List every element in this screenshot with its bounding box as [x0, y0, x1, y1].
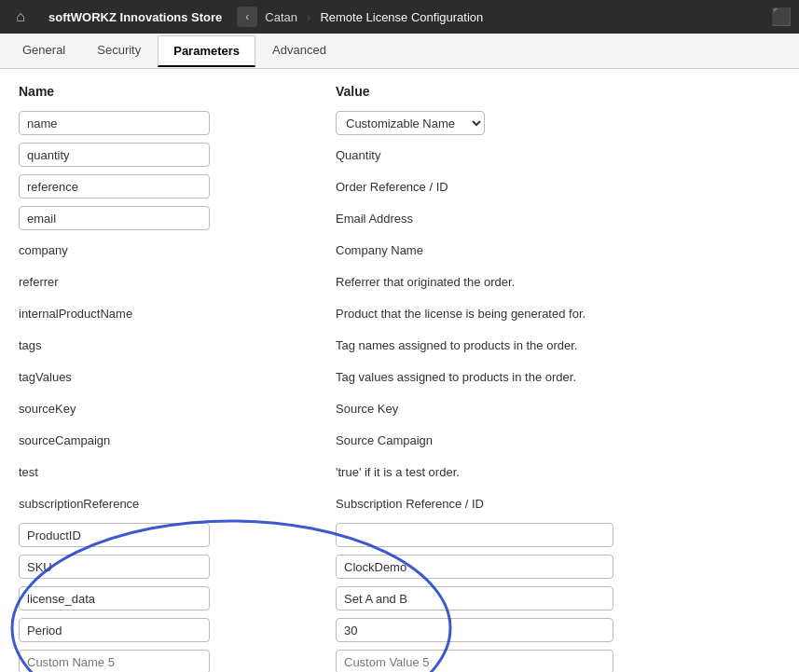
param-row-sourcecampaign: sourceCampaign Source Campaign: [19, 427, 780, 453]
param-row-productid: [19, 522, 780, 548]
nav-back-button[interactable]: ‹: [237, 7, 257, 27]
productid-value-input[interactable]: [336, 523, 613, 547]
breadcrumb-separator: ›: [307, 10, 310, 24]
tab-parameters[interactable]: Parameters: [158, 35, 255, 67]
sourcecampaign-name-text: sourceCampaign: [19, 433, 110, 447]
value-column-header: Value: [336, 84, 370, 99]
tagvalues-value-text: Tag values assigned to products in the o…: [336, 370, 576, 384]
tags-value-text: Tag names assigned to products in the or…: [336, 338, 577, 352]
custom5-value-input[interactable]: [336, 650, 613, 672]
quantity-input[interactable]: [19, 143, 210, 167]
titlebar: ⌂ softWORKZ Innovations Store ‹ Catan › …: [0, 0, 799, 34]
internalproductname-value-text: Product that the license is being genera…: [336, 307, 585, 321]
sku-value-input[interactable]: [336, 555, 613, 579]
param-row-subscriptionreference: subscriptionReference Subscription Refer…: [19, 490, 780, 516]
period-name-input[interactable]: [19, 618, 210, 642]
param-row-quantity: Quantity: [19, 142, 780, 168]
sourcekey-name-text: sourceKey: [19, 402, 76, 416]
custom5-name-input[interactable]: [19, 650, 210, 672]
reference-value-text: Order Reference / ID: [336, 180, 448, 194]
referrer-name-text: referrer: [19, 275, 59, 289]
tab-general[interactable]: General: [7, 35, 80, 66]
param-row-reference: Order Reference / ID: [19, 173, 780, 199]
column-headers: Name Value: [19, 84, 780, 99]
company-value-text: Company Name: [336, 243, 423, 257]
referrer-value-text: Referrer that originated the order.: [336, 275, 515, 289]
param-row-period: [19, 617, 780, 643]
param-row-referrer: referrer Referrer that originated the or…: [19, 268, 780, 295]
period-value-input[interactable]: [336, 618, 613, 642]
tab-security[interactable]: Security: [82, 35, 156, 66]
name-value-dropdown[interactable]: Customizable Name: [336, 111, 485, 135]
breadcrumb-catan: Catan: [265, 10, 297, 24]
breadcrumb-active: Remote License Configuration: [320, 10, 483, 24]
subscriptionreference-name-text: subscriptionReference: [19, 497, 139, 511]
param-row-tags: tags Tag names assigned to products in t…: [19, 332, 780, 358]
license-data-value-input[interactable]: [336, 586, 613, 610]
tabbar: General Security Parameters Advanced: [0, 34, 799, 69]
param-row-internalproductname: internalProductName Product that the lic…: [19, 300, 780, 326]
param-row-license-data: [19, 585, 780, 611]
sku-name-input[interactable]: [19, 555, 210, 579]
tab-advanced[interactable]: Advanced: [257, 35, 341, 66]
home-icon[interactable]: ⌂: [7, 4, 34, 30]
reference-input[interactable]: [19, 174, 210, 199]
param-row-test: test 'true' if it is a test order.: [19, 459, 780, 485]
email-input[interactable]: [19, 206, 210, 230]
subscriptionreference-value-text: Subscription Reference / ID: [336, 497, 484, 511]
sourcecampaign-value-text: Source Campaign: [336, 433, 433, 447]
email-value-text: Email Address: [336, 212, 413, 226]
app-name: softWORKZ Innovations Store: [41, 10, 229, 24]
monitor-icon: ⬛: [771, 7, 792, 27]
param-row-sourcekey: sourceKey Source Key: [19, 395, 780, 421]
license-data-name-input[interactable]: [19, 586, 210, 610]
tagvalues-name-text: tagValues: [19, 370, 72, 384]
test-value-text: 'true' if it is a test order.: [336, 465, 460, 479]
param-row-tagvalues: tagValues Tag values assigned to product…: [19, 363, 780, 390]
name-column-header: Name: [19, 84, 336, 99]
main-content: Name Value Customizable Name Quantity: [0, 69, 799, 672]
param-row-name: Customizable Name: [19, 110, 780, 136]
param-row-custom5: [19, 649, 780, 672]
productid-name-input[interactable]: [19, 523, 210, 547]
tags-name-text: tags: [19, 338, 42, 352]
quantity-value-text: Quantity: [336, 148, 380, 162]
sourcekey-value-text: Source Key: [336, 402, 398, 416]
param-row-company: company Company Name: [19, 237, 780, 263]
internalproductname-name-text: internalProductName: [19, 307, 132, 321]
company-name-text: company: [19, 243, 68, 257]
name-input[interactable]: [19, 111, 210, 135]
param-row-sku: [19, 554, 780, 580]
test-name-text: test: [19, 465, 38, 479]
param-row-email: Email Address: [19, 205, 780, 231]
